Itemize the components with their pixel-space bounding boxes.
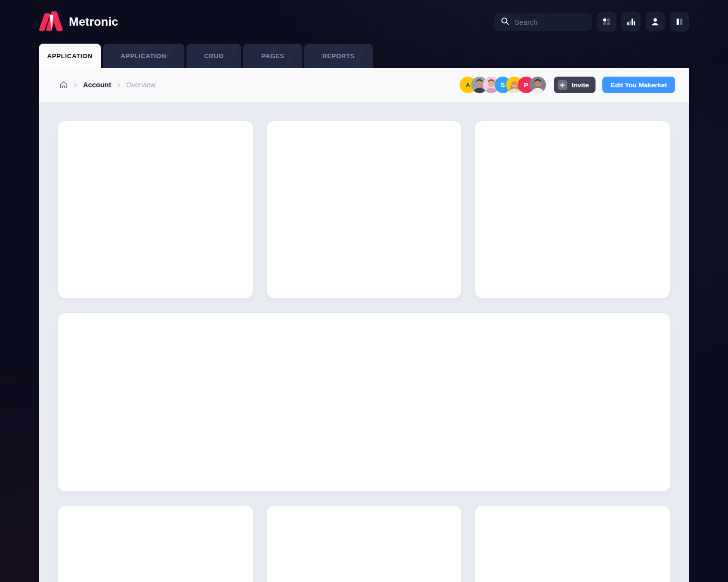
apps-grid-icon	[601, 16, 612, 27]
breadcrumb-toolbar: Account Overview A	[39, 68, 689, 102]
invite-label: Invite	[572, 81, 589, 89]
placeholder-card	[475, 506, 670, 582]
breadcrumb-overview: Overview	[126, 81, 155, 89]
main-tabs: APPLICATION APPLICATION CRUD PAGES REPOR…	[0, 44, 728, 68]
user-icon	[650, 16, 661, 27]
home-icon[interactable]	[59, 81, 68, 89]
layout-button[interactable]	[670, 12, 689, 32]
content-area	[39, 102, 689, 582]
placeholder-card	[267, 121, 462, 298]
plus-icon	[558, 80, 567, 90]
profile-button[interactable]	[645, 12, 665, 32]
placeholder-card	[58, 121, 253, 298]
placeholder-card-wide	[58, 313, 670, 491]
tab-application[interactable]: APPLICATION	[103, 44, 184, 68]
search-icon	[500, 16, 510, 28]
tab-crud[interactable]: CRUD	[186, 44, 242, 68]
apps-grid-button[interactable]	[597, 12, 616, 32]
top-card-row	[58, 121, 670, 298]
app-header: Metronic	[0, 0, 728, 44]
metronic-logo-icon	[39, 10, 63, 33]
chevron-right-icon	[72, 82, 79, 88]
chevron-right-icon	[116, 82, 122, 88]
brand-name: Metronic	[69, 15, 118, 29]
bar-chart-icon	[626, 16, 636, 27]
breadcrumb: Account Overview	[59, 81, 155, 89]
breadcrumb-account[interactable]: Account	[83, 81, 111, 89]
tab-application-active[interactable]: APPLICATION	[39, 44, 101, 68]
placeholder-card	[475, 121, 670, 298]
header-actions	[494, 12, 689, 32]
avatar-photo[interactable]	[529, 77, 546, 93]
toolbar-actions: A	[460, 77, 675, 93]
avatar-stack: A	[460, 77, 546, 93]
bottom-card-row	[58, 506, 670, 582]
stats-button[interactable]	[621, 12, 641, 32]
tab-pages[interactable]: PAGES	[243, 44, 302, 68]
invite-button[interactable]: Invite	[554, 77, 596, 93]
tab-reports[interactable]: REPORTS	[304, 44, 373, 68]
search-input[interactable]	[514, 18, 586, 26]
edit-market-button[interactable]: Edit You Makerket	[602, 77, 675, 93]
page-panel: Account Overview A	[39, 68, 689, 582]
split-columns-icon	[674, 16, 685, 27]
placeholder-card	[58, 506, 253, 582]
search-box[interactable]	[494, 13, 592, 31]
brand-logo[interactable]: Metronic	[39, 10, 118, 33]
placeholder-card	[267, 506, 462, 582]
